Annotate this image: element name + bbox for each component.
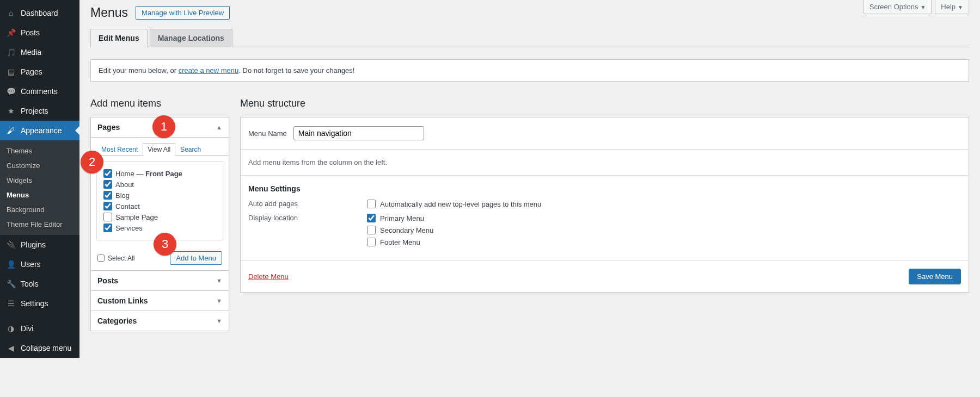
user-icon: 👤: [5, 259, 16, 270]
page-item-about[interactable]: About: [103, 179, 216, 190]
accordion-label: Posts: [97, 276, 118, 285]
page-checkbox[interactable]: [103, 169, 112, 178]
chevron-down-icon: ▼: [216, 318, 222, 324]
sidebar-item-posts[interactable]: 📌Posts: [0, 23, 79, 42]
page-item-blog[interactable]: Blog: [103, 190, 216, 201]
inner-tab-view-all[interactable]: View All: [143, 143, 175, 156]
page-checkbox[interactable]: [103, 213, 112, 221]
accordion-head-categories[interactable]: Categories ▼: [91, 311, 229, 331]
chevron-down-icon: ▼: [920, 4, 926, 10]
appearance-submenu: Themes Customize Widgets Menus Backgroun…: [0, 140, 79, 235]
plugin-icon: 🔌: [5, 239, 16, 250]
menu-name-label: Menu Name: [248, 129, 287, 138]
notice-prefix: Edit your menu below, or: [99, 66, 179, 75]
nav-tabs: Edit Menus Manage Locations: [90, 29, 969, 47]
accordion-label: Pages: [97, 123, 120, 132]
sidebar-item-label: Media: [21, 48, 41, 57]
accordion-head-custom-links[interactable]: Custom Links ▼: [91, 290, 229, 311]
create-menu-link[interactable]: create a new menu: [179, 66, 239, 75]
menu-settings-title: Menu Settings: [248, 184, 961, 193]
live-preview-button[interactable]: Manage with Live Preview: [136, 6, 230, 20]
add-menu-items-title: Add menu items: [90, 98, 229, 109]
inner-tab-recent[interactable]: Most Recent: [96, 143, 143, 156]
sidebar-item-comments[interactable]: 💬Comments: [0, 82, 79, 101]
accordion-pages: Pages ▲ Most Recent View All Search Home…: [90, 117, 229, 331]
select-all-checkbox[interactable]: [97, 255, 105, 262]
menu-name-input[interactable]: [293, 126, 424, 140]
menu-panel: Menu Name Add menu items from the column…: [240, 117, 969, 293]
select-all[interactable]: Select All: [97, 255, 134, 262]
submenu-theme-file-editor[interactable]: Theme File Editor: [0, 217, 79, 232]
location-primary-checkbox[interactable]: [367, 214, 376, 222]
page-item-contact[interactable]: Contact: [103, 201, 216, 212]
location-secondary-checkbox[interactable]: [367, 226, 376, 234]
pages-check-list: Home — Front Page About Blog Contact Sam…: [96, 161, 223, 240]
submenu-themes[interactable]: Themes: [0, 144, 79, 158]
save-menu-button[interactable]: Save Menu: [909, 269, 961, 284]
sidebar-collapse-menu[interactable]: ◀Collapse menu: [0, 338, 79, 358]
submenu-customize[interactable]: Customize: [0, 158, 79, 173]
sidebar-item-plugins[interactable]: 🔌Plugins: [0, 235, 79, 255]
sidebar-item-media[interactable]: 🎵Media: [0, 42, 79, 62]
admin-sidebar: ⌂Dashboard 📌Posts 🎵Media ▤Pages 💬Comment…: [0, 0, 79, 358]
sidebar-item-label: Pages: [21, 67, 42, 76]
location-footer-checkbox[interactable]: [367, 238, 376, 246]
brush-icon: 🖌: [5, 125, 16, 136]
sidebar-item-divi[interactable]: ◑Divi: [0, 319, 79, 338]
inner-tab-search[interactable]: Search: [175, 143, 206, 156]
page-item-services[interactable]: Services: [103, 222, 216, 233]
annotation-marker-3: 3: [154, 233, 176, 256]
sidebar-item-tools[interactable]: 🔧Tools: [0, 274, 79, 294]
sidebar-item-label: Divi: [21, 324, 33, 333]
sidebar-item-label: Comments: [21, 87, 58, 96]
tab-edit-menus[interactable]: Edit Menus: [90, 29, 148, 47]
wrench-icon: 🔧: [5, 278, 16, 289]
accordion-label: Custom Links: [97, 296, 148, 305]
sidebar-item-label: Dashboard: [21, 9, 58, 17]
annotation-marker-1: 1: [152, 115, 175, 138]
display-location-label: Display location: [248, 214, 367, 222]
page-item-sample[interactable]: Sample Page: [103, 212, 216, 222]
auto-add-checkbox[interactable]: [367, 200, 376, 208]
page-title: Menus: [90, 5, 128, 20]
sidebar-item-users[interactable]: 👤Users: [0, 255, 79, 274]
add-to-menu-button[interactable]: Add to Menu: [170, 251, 222, 265]
location-secondary-option[interactable]: Secondary Menu: [367, 226, 433, 234]
screen-options-button[interactable]: Screen Options▼: [863, 0, 932, 14]
sidebar-item-settings[interactable]: ☰Settings: [0, 294, 79, 313]
submenu-background[interactable]: Background: [0, 202, 79, 217]
tab-manage-locations[interactable]: Manage Locations: [150, 29, 232, 47]
auto-add-label: Auto add pages: [248, 200, 367, 208]
page-checkbox[interactable]: [103, 202, 112, 210]
sidebar-item-label: Users: [21, 260, 41, 269]
sidebar-item-projects[interactable]: ★Projects: [0, 101, 79, 121]
accordion-head-posts[interactable]: Posts ▼: [91, 270, 229, 290]
sidebar-item-pages[interactable]: ▤Pages: [0, 62, 79, 82]
submenu-widgets[interactable]: Widgets: [0, 173, 79, 188]
page-checkbox[interactable]: [103, 224, 112, 232]
sidebar-item-label: Plugins: [21, 240, 46, 249]
page-checkbox[interactable]: [103, 180, 112, 189]
notice-suffix: . Do not forget to save your changes!: [238, 66, 354, 75]
page-checkbox[interactable]: [103, 191, 112, 200]
sidebar-item-dashboard[interactable]: ⌂Dashboard: [0, 3, 79, 23]
help-button[interactable]: Help▼: [935, 0, 969, 14]
delete-menu-link[interactable]: Delete Menu: [248, 272, 289, 281]
main-content: Screen Options▼ Help▼ Menus Manage with …: [79, 0, 980, 358]
chevron-up-icon: ▲: [216, 124, 222, 131]
page-item-home[interactable]: Home — Front Page: [103, 168, 216, 179]
sidebar-item-appearance[interactable]: 🖌Appearance: [0, 121, 79, 140]
sidebar-item-label: Posts: [21, 28, 40, 37]
location-primary-option[interactable]: Primary Menu: [367, 214, 433, 222]
collapse-icon: ◀: [5, 343, 16, 353]
sidebar-item-label: Settings: [21, 299, 48, 308]
sidebar-item-label: Collapse menu: [21, 344, 71, 352]
auto-add-option[interactable]: Automatically add new top-level pages to…: [367, 200, 541, 208]
divi-icon: ◑: [5, 323, 16, 334]
chevron-down-icon: ▼: [958, 4, 963, 10]
dashboard-icon: ⌂: [5, 8, 16, 18]
submenu-menus[interactable]: Menus: [0, 188, 79, 202]
chevron-down-icon: ▼: [216, 277, 222, 284]
star-icon: ★: [5, 106, 16, 116]
location-footer-option[interactable]: Footer Menu: [367, 238, 433, 246]
